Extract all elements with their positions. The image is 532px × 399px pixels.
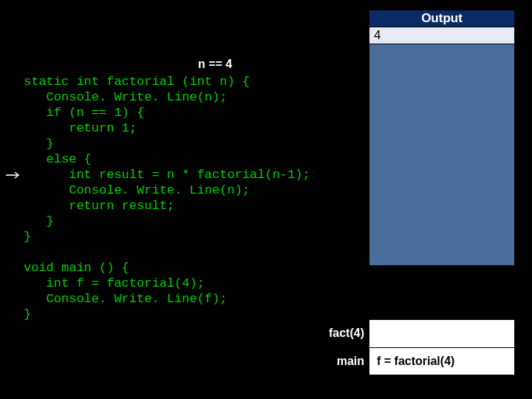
code-listing: static int factorial (int n) { Console. … bbox=[24, 74, 310, 322]
output-panel: Output 4 bbox=[369, 10, 515, 266]
stack-frame: main f = factorial(4) bbox=[323, 347, 515, 375]
output-panel-title: Output bbox=[369, 10, 514, 27]
stack-frame-label: main bbox=[323, 347, 369, 375]
stack-frame-label: fact(4) bbox=[323, 319, 369, 347]
stack-frame-content bbox=[369, 319, 515, 347]
stack-frame-content: f = factorial(4) bbox=[369, 347, 515, 375]
stack-frame: fact(4) bbox=[323, 319, 515, 347]
current-line-arrow-icon bbox=[6, 171, 22, 179]
output-row: 4 bbox=[369, 27, 514, 44]
call-stack: fact(4) main f = factorial(4) bbox=[323, 319, 515, 375]
variable-annotation: n == 4 bbox=[198, 58, 232, 71]
